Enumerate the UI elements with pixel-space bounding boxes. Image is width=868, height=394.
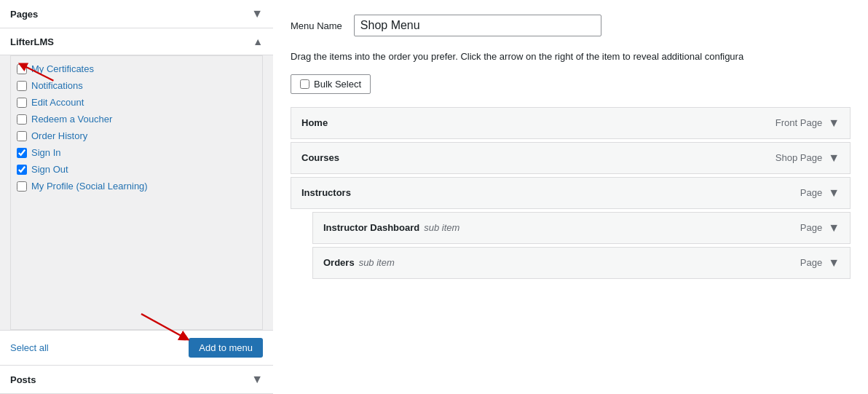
edit-account-checkbox[interactable] (17, 98, 27, 108)
menu-item-instructors[interactable]: Instructors Page ▼ (291, 177, 851, 209)
posts-section-header[interactable]: Posts ▼ (0, 365, 273, 394)
sub-item-instructor-dashboard-expand-icon[interactable]: ▼ (828, 221, 840, 235)
menu-item-home-left: Home (301, 117, 328, 128)
menu-item-instructors-right: Page ▼ (800, 186, 840, 200)
sub-item-orders-title: Orderssub item (323, 257, 395, 268)
sub-item-orders-right: Page ▼ (800, 256, 840, 269)
menu-item-courses-left: Courses (301, 152, 339, 163)
sub-item-orders-type: Page (800, 257, 822, 268)
menu-item-courses[interactable]: Courses Shop Page ▼ (291, 142, 851, 174)
posts-chevron-down-icon: ▼ (251, 373, 263, 386)
list-item: Order History (11, 127, 262, 144)
menu-item-home-right: Front Page ▼ (776, 117, 840, 130)
lifterlms-footer: Select all Add to menu (0, 330, 273, 365)
menu-item-instructors-type: Page (800, 187, 822, 198)
order-history-label[interactable]: Order History (31, 130, 87, 141)
add-to-menu-wrapper: Add to menu (189, 338, 263, 358)
menu-sub-item-orders[interactable]: Orderssub item Page ▼ (312, 247, 851, 279)
my-profile-checkbox[interactable] (17, 181, 27, 192)
list-item: My Certificates (11, 60, 262, 77)
pages-chevron-down-icon: ▼ (251, 7, 263, 20)
my-certificates-checkbox[interactable] (17, 64, 27, 74)
bulk-select-button[interactable]: Bulk Select (291, 74, 371, 94)
sub-item-orders-left: Orderssub item (323, 257, 395, 268)
sub-item-orders-sub-label: sub item (359, 257, 395, 268)
list-item: Sign In (11, 144, 262, 161)
lifterlms-section: LifterLMS ▲ My Certificates Notification… (0, 28, 273, 365)
menu-name-label: Menu Name (291, 20, 342, 31)
redeem-voucher-label[interactable]: Redeem a Voucher (31, 114, 112, 125)
menu-item-instructors-expand-icon[interactable]: ▼ (828, 186, 840, 200)
sign-in-label[interactable]: Sign In (31, 147, 60, 158)
menu-item-instructors-title: Instructors (301, 187, 351, 198)
menu-item-instructors-left: Instructors (301, 187, 351, 198)
lifterlms-header[interactable]: LifterLMS ▲ (0, 28, 273, 55)
bulk-select-row: Bulk Select (291, 74, 851, 94)
lifterlms-collapse-icon[interactable]: ▲ (253, 36, 263, 47)
sub-item-instructor-dashboard-left: Instructor Dashboardsub item (323, 222, 459, 233)
notifications-label[interactable]: Notifications (31, 80, 83, 91)
sub-item-instructor-dashboard-type: Page (800, 222, 822, 233)
sub-item-orders-expand-icon[interactable]: ▼ (828, 256, 840, 269)
menu-item-home[interactable]: Home Front Page ▼ (291, 107, 851, 139)
menu-item-courses-expand-icon[interactable]: ▼ (828, 151, 840, 165)
my-profile-label[interactable]: My Profile (Social Learning) (31, 181, 148, 192)
menu-item-home-title: Home (301, 117, 328, 128)
sub-item-instructor-dashboard-sub-label: sub item (424, 222, 459, 233)
menu-item-courses-title: Courses (301, 152, 339, 163)
sign-out-label[interactable]: Sign Out (31, 164, 68, 175)
sub-item-instructor-dashboard-right: Page ▼ (800, 221, 840, 235)
redeem-voucher-checkbox[interactable] (17, 114, 27, 125)
menu-item-home-type: Front Page (776, 117, 822, 128)
right-panel: Menu Name Drag the items into the order … (273, 0, 868, 394)
my-certificates-label[interactable]: My Certificates (31, 63, 94, 74)
lifterlms-title: LifterLMS (10, 36, 54, 47)
annotation-arrow-bottom (138, 310, 196, 343)
pages-section-header[interactable]: Pages ▼ (0, 0, 273, 28)
bulk-select-checkbox[interactable] (300, 79, 309, 89)
list-item: Sign Out (11, 161, 262, 178)
list-item: Redeem a Voucher (11, 111, 262, 127)
drag-instruction: Drag the items into the order you prefer… (291, 50, 851, 64)
lifterlms-checkbox-list: My Certificates Notifications Edit Accou… (10, 55, 263, 330)
list-item: Notifications (11, 77, 262, 94)
menu-sub-item-instructor-dashboard[interactable]: Instructor Dashboardsub item Page ▼ (312, 212, 851, 244)
sign-in-checkbox[interactable] (17, 148, 27, 158)
svg-line-1 (141, 314, 185, 338)
posts-section-title: Posts (10, 374, 36, 385)
sign-out-checkbox[interactable] (17, 165, 27, 175)
order-history-checkbox[interactable] (17, 131, 27, 141)
notifications-checkbox[interactable] (17, 81, 27, 91)
sub-item-instructor-dashboard-title: Instructor Dashboardsub item (323, 222, 459, 233)
left-panel: Pages ▼ LifterLMS ▲ My Certificates N (0, 0, 273, 394)
list-item: My Profile (Social Learning) (11, 178, 262, 194)
menu-item-courses-right: Shop Page ▼ (776, 151, 840, 165)
pages-section-title: Pages (10, 9, 38, 20)
edit-account-label[interactable]: Edit Account (31, 97, 84, 108)
select-all-link[interactable]: Select all (10, 342, 49, 353)
bulk-select-label: Bulk Select (314, 79, 361, 90)
list-item: Edit Account (11, 94, 262, 111)
add-to-menu-button[interactable]: Add to menu (189, 338, 263, 358)
menu-item-courses-type: Shop Page (776, 152, 822, 163)
menu-name-row: Menu Name (291, 15, 851, 36)
menu-name-input[interactable] (354, 15, 601, 36)
menu-item-home-expand-icon[interactable]: ▼ (828, 117, 840, 130)
